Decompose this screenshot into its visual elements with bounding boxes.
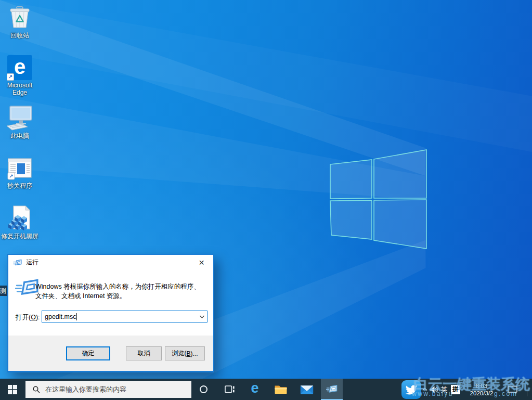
start-button[interactable]	[0, 379, 25, 400]
language-indicator[interactable]: 英	[439, 379, 449, 400]
program-window-icon: ↗	[0, 157, 40, 180]
run-dialog-description: Windows 将根据你所输入的名称，为你打开相应的程序、 文件夹、文档或 In…	[35, 282, 207, 301]
search-icon	[32, 385, 41, 394]
mail-button[interactable]	[299, 379, 315, 400]
description-line2: 文件夹、文档或 Internet 资源。	[35, 291, 207, 301]
show-desktop-divider[interactable]	[527, 382, 527, 396]
shortcut-arrow-icon: ↗	[7, 73, 14, 81]
open-field-label: 打开(O):	[16, 313, 40, 322]
bird-icon	[405, 384, 418, 395]
file-explorer-button[interactable]	[273, 379, 289, 400]
close-icon[interactable]: ✕	[190, 255, 213, 270]
desktop-icon-label: Microsoft Edge	[0, 82, 40, 96]
run-dialog-footer: 确定 取消 浏览(B)...	[8, 336, 213, 371]
run-icon	[326, 384, 338, 394]
recycle-bin-icon	[0, 3, 40, 30]
show-hidden-icons-button[interactable]	[421, 379, 429, 400]
cortana-button[interactable]	[195, 379, 212, 400]
chevron-down-icon[interactable]	[199, 313, 205, 322]
windows-logo-wallpaper	[327, 148, 431, 252]
tray-date: 2020/3/2	[470, 390, 494, 397]
folder-icon	[274, 384, 288, 395]
edge-icon: e	[251, 381, 258, 395]
desktop-icon-fix-black-screen[interactable]: 修复开机黑屏	[0, 205, 40, 240]
desktop-icon-partial-label[interactable]: 测	[0, 286, 7, 296]
volume-button[interactable]	[429, 379, 439, 400]
run-dialog: 运行 ✕ Windows 将根据你所输入的名称，为你打开相应的程序、 文件夹、文…	[7, 254, 214, 372]
run-dialog-taskbar-button[interactable]	[321, 379, 343, 400]
desktop-icon-program[interactable]: ↗ 秒关程序	[0, 157, 40, 189]
cancel-button[interactable]: 取消	[126, 346, 162, 360]
ok-button[interactable]: 确定	[66, 346, 110, 360]
tray-time: 8:03	[476, 382, 487, 390]
text-cursor	[76, 313, 77, 320]
desktop-icon-this-pc[interactable]: 此电脑	[0, 105, 40, 139]
desktop-icon-label: 秒关程序	[0, 182, 40, 189]
desktop-icon-label: 修复开机黑屏	[0, 233, 40, 240]
desktop-icon-recycle-bin[interactable]: 回收站	[0, 3, 40, 39]
desktop: 回收站 e ↗ Microsoft Edge 此电脑	[0, 0, 532, 400]
action-center-button[interactable]	[503, 379, 521, 400]
description-line1: Windows 将根据你所输入的名称，为你打开相应的程序、	[35, 282, 207, 291]
desktop-icon-microsoft-edge[interactable]: e ↗ Microsoft Edge	[0, 55, 40, 96]
taskbar-clock[interactable]: 8:03 2020/3/2	[467, 379, 496, 400]
taskbar-search-box[interactable]	[25, 381, 191, 398]
svg-text:↗: ↗	[9, 173, 13, 179]
windows-logo-icon	[8, 385, 17, 394]
run-dialog-titlebar[interactable]: 运行 ✕	[8, 255, 213, 270]
edge-taskbar-button[interactable]: e	[246, 379, 263, 400]
task-view-button[interactable]	[221, 379, 238, 400]
this-pc-icon	[0, 105, 40, 131]
run-dialog-title: 运行	[26, 258, 38, 267]
registry-file-icon	[0, 205, 40, 231]
baiyun-tray-app-button[interactable]	[401, 380, 421, 399]
cortana-icon	[200, 385, 207, 393]
desktop-icon-label: 回收站	[0, 32, 40, 39]
task-view-icon	[224, 385, 235, 394]
run-icon	[13, 259, 22, 266]
action-center-icon	[507, 385, 518, 394]
browse-button[interactable]: 浏览(B)...	[165, 346, 205, 360]
mail-icon	[300, 384, 314, 395]
search-input[interactable]	[45, 385, 180, 393]
ime-icon: 拼	[451, 385, 460, 394]
ime-mode-button[interactable]: 拼	[449, 379, 462, 400]
desktop-icon-label: 此电脑	[0, 132, 40, 139]
taskbar: e	[0, 379, 532, 400]
edge-icon: e ↗	[7, 55, 32, 80]
run-command-value: gpedit.msc	[45, 313, 76, 320]
speaker-icon	[430, 385, 438, 394]
run-command-input[interactable]: gpedit.msc	[42, 311, 207, 322]
chevron-up-icon	[422, 388, 427, 391]
